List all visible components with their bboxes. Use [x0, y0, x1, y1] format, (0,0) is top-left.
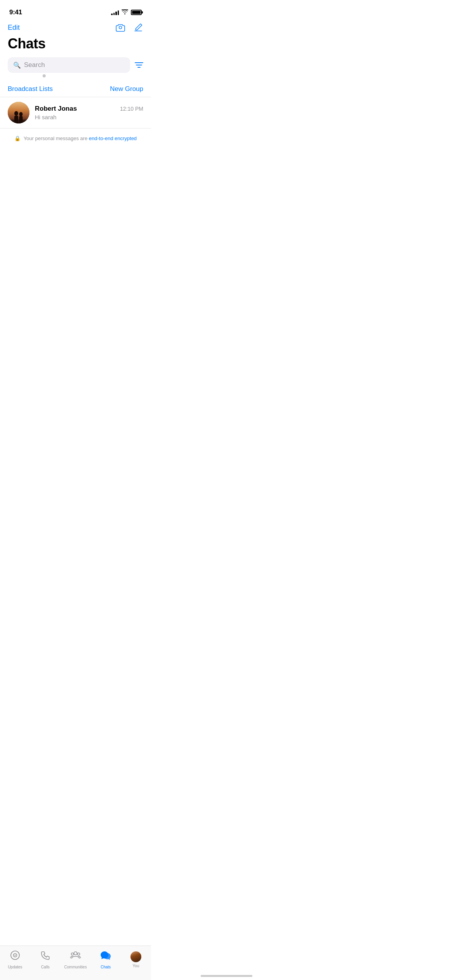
header: Edit Chats 🔍 Search	[0, 19, 151, 77]
header-right-icons	[115, 22, 143, 33]
svg-point-4	[14, 111, 18, 116]
header-actions: Edit	[8, 22, 143, 33]
compose-button[interactable]	[133, 22, 143, 33]
chat-list: Robert Jonas 12:10 PM Hi sarah	[0, 97, 151, 128]
scroll-indicator	[8, 74, 143, 77]
quick-actions: Broadcast Lists New Group	[0, 81, 151, 97]
encryption-text: Your personal messages are end-to-end en…	[24, 135, 137, 141]
lock-icon: 🔒	[14, 135, 21, 141]
status-bar: 9:41	[0, 0, 151, 19]
edit-button[interactable]: Edit	[8, 24, 20, 32]
svg-rect-8	[8, 120, 29, 123]
search-row: 🔍 Search	[8, 57, 143, 73]
new-group-button[interactable]: New Group	[110, 85, 143, 93]
filter-button[interactable]	[135, 62, 143, 69]
avatar	[8, 102, 29, 123]
encrypted-link[interactable]: end-to-end encrypted	[89, 135, 137, 141]
svg-point-6	[19, 112, 23, 117]
scroll-dot	[43, 74, 46, 77]
wifi-icon	[122, 9, 128, 16]
battery-icon	[131, 10, 142, 15]
compose-icon	[133, 22, 143, 33]
status-icons	[111, 9, 142, 16]
signal-icon	[111, 10, 119, 15]
camera-icon	[115, 22, 125, 33]
encryption-notice: 🔒 Your personal messages are end-to-end …	[0, 128, 151, 148]
search-placeholder: Search	[24, 61, 45, 69]
chat-preview: Hi sarah	[35, 114, 57, 120]
status-time: 9:41	[9, 9, 22, 16]
chat-item[interactable]: Robert Jonas 12:10 PM Hi sarah	[0, 97, 151, 128]
chat-time: 12:10 PM	[120, 106, 143, 112]
search-icon: 🔍	[13, 62, 21, 69]
broadcast-lists-button[interactable]: Broadcast Lists	[8, 85, 53, 93]
search-bar[interactable]: 🔍 Search	[8, 57, 130, 73]
chat-header-row: Robert Jonas 12:10 PM	[35, 105, 143, 113]
camera-button[interactable]	[115, 22, 125, 33]
page-title: Chats	[8, 36, 143, 52]
chat-name: Robert Jonas	[35, 105, 77, 113]
chat-content: Robert Jonas 12:10 PM Hi sarah	[35, 105, 143, 121]
